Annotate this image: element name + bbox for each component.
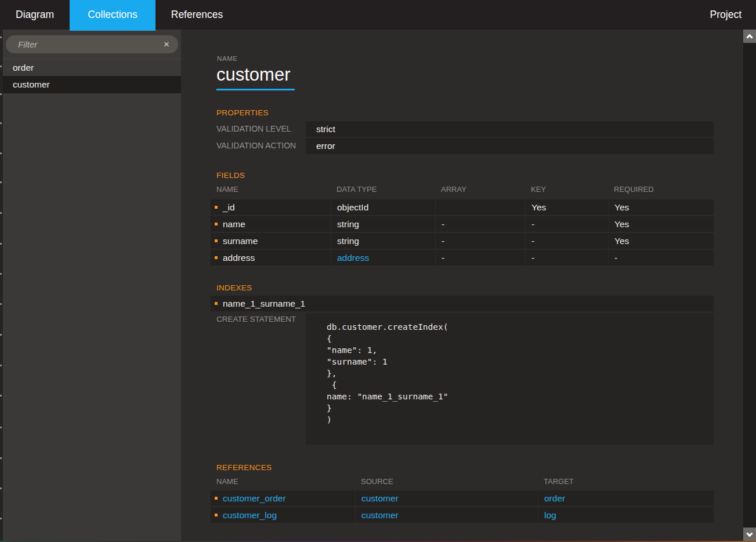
field-key: Yes: [525, 199, 608, 215]
scroll-up-button[interactable]: [743, 30, 756, 43]
name-input-underline: [216, 89, 295, 90]
chevron-down-icon: [746, 530, 753, 536]
refs-col-name: NAME: [211, 477, 355, 486]
reference-bullet-icon: [215, 514, 218, 516]
field-name: surname: [223, 233, 258, 249]
index-bullet-icon: [215, 302, 218, 305]
create-statement-code: db.customer.createIndex( { "name": 1, "s…: [306, 313, 714, 425]
field-key: -: [525, 250, 608, 265]
detail-panel: NAME customer PROPERTIES VALIDATION LEVE…: [181, 30, 743, 541]
validation-action-value[interactable]: error: [306, 138, 714, 154]
reference-bullet-icon: [215, 497, 218, 500]
field-name: _id: [223, 199, 235, 215]
fields-col-key: KEY: [525, 185, 608, 194]
edge-tick: [0, 181, 2, 183]
field-row-id[interactable]: _id objectId Yes Yes: [211, 199, 714, 215]
fields-table-header: NAME DATA TYPE ARRAY KEY REQUIRED: [211, 185, 714, 194]
filter-input[interactable]: [6, 35, 178, 53]
field-name: address: [223, 250, 255, 265]
edge-tick: [0, 93, 2, 95]
app-window: Diagram Collections References Project ×: [0, 0, 756, 542]
edge-tick: [0, 152, 2, 154]
references-section-title: REFERENCES: [216, 463, 272, 472]
field-required: -: [608, 250, 714, 265]
fields-section-title: FIELDS: [216, 171, 245, 180]
project-menu[interactable]: Project: [710, 0, 741, 30]
edge-tick: [0, 243, 2, 245]
edge-tick: [0, 334, 2, 336]
validation-level-label: VALIDATION LEVEL: [216, 121, 291, 137]
field-array: -: [435, 216, 525, 232]
edge-tick: [0, 122, 2, 124]
edge-tick: [0, 427, 2, 428]
create-statement-label: CREATE STATEMENT: [216, 315, 296, 323]
tab-diagram[interactable]: Diagram: [0, 0, 70, 30]
properties-section-title: PROPERTIES: [216, 108, 269, 117]
sidebar-item-customer[interactable]: customer: [3, 76, 181, 93]
tab-references[interactable]: References: [155, 0, 239, 30]
reference-target-link[interactable]: order: [544, 493, 565, 503]
field-row-name[interactable]: name string - - Yes: [211, 216, 714, 232]
field-key: -: [525, 233, 608, 249]
reference-name-link[interactable]: customer_log: [223, 507, 277, 523]
reference-source-link[interactable]: customer: [361, 510, 399, 520]
field-key: -: [525, 216, 608, 232]
index-name: name_1_surname_1: [223, 299, 305, 309]
field-datatype: string: [331, 233, 435, 249]
name-field-label: NAME: [217, 55, 238, 62]
edge-tick: [0, 365, 2, 366]
reference-row-customer-order[interactable]: customer_order customer order: [211, 490, 714, 506]
refs-col-source: SOURCE: [355, 477, 538, 486]
edge-tick: [0, 395, 2, 397]
field-array: [435, 199, 525, 215]
sidebar-item-order[interactable]: order: [3, 59, 181, 76]
fields-col-datatype: DATA TYPE: [331, 185, 435, 194]
field-array: -: [435, 233, 525, 249]
field-array: -: [435, 250, 525, 265]
field-bullet-icon: [215, 223, 218, 225]
field-row-surname[interactable]: surname string - - Yes: [211, 233, 714, 249]
fields-col-array: ARRAY: [435, 185, 525, 194]
field-required: Yes: [608, 199, 714, 215]
tab-collections[interactable]: Collections: [70, 0, 155, 31]
vertical-scrollbar[interactable]: [743, 30, 756, 541]
collections-list: order customer: [3, 59, 181, 93]
fields-col-name: NAME: [211, 185, 331, 194]
edge-tick: [0, 518, 2, 519]
collection-name-input[interactable]: customer: [216, 64, 290, 85]
main-tabs: Diagram Collections References: [0, 0, 238, 30]
reference-source-link[interactable]: customer: [361, 493, 399, 503]
reference-name-link[interactable]: customer_order: [223, 490, 286, 506]
field-bullet-icon: [215, 206, 218, 209]
collections-sidebar: × order customer: [3, 30, 181, 541]
edge-tick: [0, 273, 2, 275]
scroll-down-button[interactable]: [743, 528, 756, 541]
field-required: Yes: [608, 216, 714, 232]
edge-tick: [0, 457, 2, 459]
refs-col-target: TARGET: [538, 477, 714, 486]
fields-col-required: REQUIRED: [608, 185, 714, 194]
reference-target-link[interactable]: log: [544, 510, 556, 520]
create-statement-editor[interactable]: db.customer.createIndex( { "name": 1, "s…: [306, 313, 714, 445]
top-bar: Diagram Collections References Project: [0, 0, 756, 30]
field-bullet-icon: [215, 239, 218, 242]
reference-row-customer-log[interactable]: customer_log customer log: [211, 507, 714, 523]
index-row[interactable]: name_1_surname_1: [211, 296, 714, 311]
validation-level-value[interactable]: strict: [306, 121, 714, 137]
field-name: name: [223, 216, 245, 232]
field-datatype: string: [331, 216, 435, 232]
field-datatype: objectId: [331, 199, 435, 215]
validation-action-label: VALIDATION ACTION: [216, 138, 296, 154]
field-row-address[interactable]: address address - - -: [211, 250, 714, 265]
edge-tick: [0, 303, 2, 305]
edge-tick: [0, 37, 2, 38]
references-table-header: NAME SOURCE TARGET: [211, 477, 714, 486]
edge-tick: [0, 66, 2, 67]
chevron-up-icon: [746, 34, 753, 40]
indexes-section-title: INDEXES: [216, 283, 252, 292]
edge-tick: [0, 212, 2, 214]
clear-filter-icon[interactable]: ×: [164, 38, 169, 50]
edge-tick: [0, 488, 2, 489]
field-datatype-link[interactable]: address: [337, 253, 369, 263]
field-bullet-icon: [215, 256, 218, 259]
